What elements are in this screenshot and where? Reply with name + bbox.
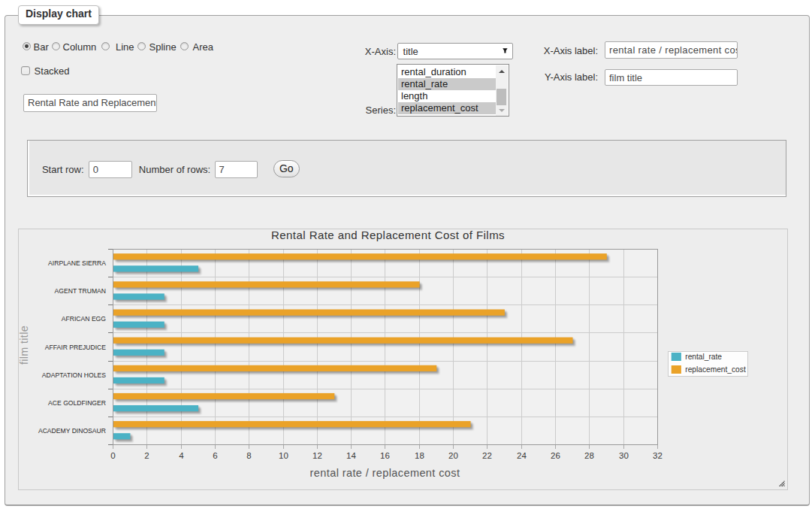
svg-text:14: 14 xyxy=(346,451,356,460)
svg-text:10: 10 xyxy=(279,451,288,460)
svg-text:24: 24 xyxy=(517,451,527,460)
svg-text:ADAPTATION HOLES: ADAPTATION HOLES xyxy=(42,371,106,379)
svg-text:12: 12 xyxy=(312,451,322,460)
svg-text:18: 18 xyxy=(415,451,424,460)
svg-text:32: 32 xyxy=(653,451,663,460)
svg-text:4: 4 xyxy=(179,451,184,460)
svg-text:Rental Rate and Replacement Co: Rental Rate and Replacement Cost of Film… xyxy=(271,229,505,241)
svg-text:ACE GOLDFINGER: ACE GOLDFINGER xyxy=(48,399,106,407)
svg-text:replacement_cost: replacement_cost xyxy=(685,365,746,374)
svg-text:22: 22 xyxy=(482,451,492,460)
svg-text:28: 28 xyxy=(584,451,594,460)
svg-text:30: 30 xyxy=(619,451,629,460)
svg-text:2: 2 xyxy=(144,451,149,460)
svg-text:film title: film title xyxy=(19,326,30,365)
svg-text:AFRICAN EGG: AFRICAN EGG xyxy=(62,315,107,323)
svg-text:6: 6 xyxy=(213,451,217,460)
svg-text:ACADEMY DINOSAUR: ACADEMY DINOSAUR xyxy=(38,427,106,435)
svg-text:AIRPLANE SIERRA: AIRPLANE SIERRA xyxy=(48,259,106,267)
svg-text:rental rate / replacement cost: rental rate / replacement cost xyxy=(310,467,460,479)
svg-text:rental_rate: rental_rate xyxy=(685,353,722,361)
svg-text:16: 16 xyxy=(380,451,390,460)
svg-text:0: 0 xyxy=(110,451,115,460)
svg-text:AGENT TRUMAN: AGENT TRUMAN xyxy=(55,287,106,295)
svg-text:20: 20 xyxy=(448,451,458,460)
svg-text:26: 26 xyxy=(551,451,560,460)
svg-text:AFFAIR PREJUDICE: AFFAIR PREJUDICE xyxy=(45,344,106,351)
svg-text:8: 8 xyxy=(246,451,251,460)
